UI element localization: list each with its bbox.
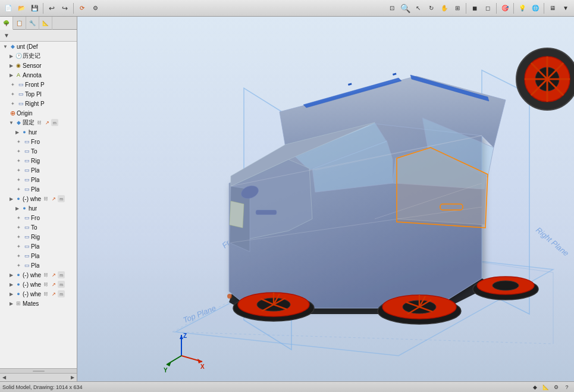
arrow2-icon: ↗: [50, 195, 57, 202]
tree-item-history[interactable]: ▶ 🕐 历史记: [0, 51, 77, 61]
display-vp-icon[interactable]: 🖥: [547, 2, 559, 14]
undo-icon[interactable]: ↩: [46, 2, 58, 14]
tree-label-to2: To: [31, 224, 37, 231]
tree-item-pla4[interactable]: ✦ ▭ Pla: [0, 242, 77, 251]
wheel2-icon: ●: [14, 271, 23, 279]
tree-item-sensor[interactable]: ▶ ◉ Sensor: [0, 61, 77, 70]
rotate-vp-icon[interactable]: ↻: [425, 2, 437, 14]
toolbar-sep-3: [466, 3, 466, 14]
chain2-icon: ⛓: [42, 195, 49, 202]
tree-item-fixed[interactable]: ▼ ◆ 固定 ⛓ ↗ m: [0, 118, 77, 127]
scene-vp-icon[interactable]: 🌐: [529, 2, 541, 14]
tree-item-to2[interactable]: ✦ ▭ To: [0, 222, 77, 232]
tree-item-fro1[interactable]: ✦ ▭ Fro: [0, 137, 77, 146]
status-model-icon[interactable]: ◆: [530, 382, 540, 392]
sub-check6-icon: ✦: [14, 185, 23, 193]
expand-annota[interactable]: ▶: [8, 72, 14, 78]
tree-item-to1[interactable]: ✦ ▭ To: [0, 146, 77, 156]
tree-item-root[interactable]: ▼ ◆ unt (Def: [0, 42, 77, 51]
wireframe-vp-icon[interactable]: ◻: [482, 2, 494, 14]
settings-vp-icon[interactable]: ▼: [560, 2, 572, 14]
wheel4-icon: ●: [14, 290, 23, 298]
tree-item-pla3[interactable]: ✦ ▭ Pla: [0, 184, 77, 194]
expand-sensor[interactable]: ▶: [8, 62, 14, 68]
chain4-icon: ⛓: [42, 281, 49, 288]
open-file-icon[interactable]: 📂: [15, 2, 27, 14]
shaded-icon[interactable]: ◼: [469, 2, 481, 14]
arrow3-icon: ↗: [50, 271, 57, 278]
tree-item-right-plane[interactable]: ✦ ▭ Right P: [0, 99, 77, 108]
expand-fixed[interactable]: ▼: [8, 120, 14, 126]
expand-hur1[interactable]: ▶: [14, 129, 20, 135]
save-file-icon[interactable]: 💾: [29, 2, 40, 14]
tree-item-wheel1[interactable]: ▶ ● (-) whe ⛓ ↗ m: [0, 194, 77, 203]
tree-item-fro2[interactable]: ✦ ▭ Fro: [0, 213, 77, 222]
expand-wheel4[interactable]: ▶: [8, 291, 14, 297]
new-file-icon[interactable]: 📄: [2, 2, 14, 14]
sub-plane6-icon: ▭: [23, 185, 31, 193]
tree-item-pla5[interactable]: ✦ ▭ Pla: [0, 251, 77, 261]
panel-resize-handle[interactable]: [0, 368, 77, 373]
svg-rect-25: [256, 210, 277, 215]
sub2-check1-icon: ✦: [14, 214, 23, 222]
tree-item-wheel3[interactable]: ▶ ● (-) whe ⛓ ↗ m: [0, 280, 77, 289]
status-settings-icon[interactable]: ⚙: [551, 382, 561, 392]
feature-tree-content[interactable]: ▼ ◆ unt (Def ▶ 🕐 历史记 ▶ ◉ Sensor ▶ A Ann: [0, 42, 77, 368]
filter-bar: ▼: [0, 30, 77, 42]
pan-vp-icon[interactable]: ✋: [438, 2, 450, 14]
tree-label-mates: Mates: [23, 300, 39, 307]
view-select-icon[interactable]: 🎯: [499, 2, 511, 14]
redo-icon[interactable]: ↪: [59, 2, 71, 14]
status-help-icon[interactable]: ?: [562, 382, 572, 392]
select-vp-icon[interactable]: ↖: [412, 2, 424, 14]
tree-item-top-plane[interactable]: ✦ ▭ Top Pl: [0, 89, 77, 99]
tree-item-pla6[interactable]: ✦ ▭ Pla: [0, 261, 77, 270]
viewport-3d[interactable]: Front Plane Top Plane Right Plane: [77, 17, 574, 381]
lights-vp-icon[interactable]: 💡: [516, 2, 528, 14]
tree-item-wheel4[interactable]: ▶ ● (-) whe ⛓ ↗ m: [0, 289, 77, 299]
expand-history[interactable]: ▶: [8, 53, 14, 59]
expand-icon[interactable]: ▼: [2, 43, 8, 49]
expand-wheel1[interactable]: ▶: [8, 196, 14, 202]
tree-item-wheel2[interactable]: ▶ ● (-) whe ⛓ ↗ m: [0, 270, 77, 280]
expand-wheel2[interactable]: ▶: [8, 272, 14, 278]
options-icon[interactable]: ⚙: [89, 2, 101, 14]
tree-item-rig1[interactable]: ✦ ▭ Rig: [0, 156, 77, 165]
wheel4-item-icons: ⛓ ↗ m: [42, 290, 65, 297]
plane-check2-icon: ✦: [8, 90, 17, 98]
zoom-to-fit-vp-icon[interactable]: ⊡: [386, 2, 398, 14]
fixed-item-icons: ⛓ ↗ m: [36, 119, 58, 126]
tree-item-front-plane[interactable]: ✦ ▭ Front P: [0, 80, 77, 89]
property-tab[interactable]: 📋: [13, 17, 26, 30]
status-drawing-icon[interactable]: 📐: [541, 382, 550, 392]
zoom-in-vp-icon[interactable]: 🔍: [399, 2, 411, 14]
tree-label-pla1: Pla: [31, 167, 39, 174]
tree-item-rig2[interactable]: ✦ ▭ Rig: [0, 232, 77, 242]
rebuild-icon[interactable]: ⟳: [76, 2, 88, 14]
dim-expert-tab[interactable]: 📐: [39, 17, 52, 30]
tree-item-pla1[interactable]: ✦ ▭ Pla: [0, 165, 77, 175]
arrow-icon: ↗: [43, 119, 51, 126]
expand-hur2[interactable]: ▶: [14, 205, 20, 211]
zoom-window-vp-icon[interactable]: ⊞: [451, 2, 463, 14]
tree-item-mates[interactable]: ▶ ⊞ Mates: [0, 299, 77, 308]
svg-text:X: X: [200, 363, 205, 370]
feature-tree-tab[interactable]: 🌳: [0, 17, 13, 30]
annotation-icon: A: [14, 71, 23, 79]
tree-item-annota[interactable]: ▶ A Annota: [0, 70, 77, 80]
tree-item-hur2[interactable]: ▶ ● hur: [0, 203, 77, 213]
panel-right-arrow[interactable]: ▶: [71, 375, 74, 380]
status-bar: Solid Model, Drawing: 1014 x 634 ◆ 📐 ⚙ ?: [0, 381, 574, 392]
tree-label-rig1: Rig: [31, 158, 40, 164]
expand-mates[interactable]: ▶: [8, 300, 14, 306]
expand-wheel3[interactable]: ▶: [8, 281, 14, 287]
sub2-plane6-icon: ▭: [23, 261, 31, 269]
tree-item-hur1[interactable]: ▶ ● hur: [0, 127, 77, 137]
tree-item-pla2[interactable]: ✦ ▭ Pla: [0, 175, 77, 184]
tree-item-origin[interactable]: ⊕ Origin: [0, 108, 77, 118]
component1-icon: ●: [20, 128, 29, 136]
panel-tabs: 🌳 📋 🔧 📐: [0, 17, 77, 30]
panel-left-arrow[interactable]: ◀: [2, 375, 6, 380]
config-tab[interactable]: 🔧: [26, 17, 39, 30]
top-toolbar: 📄 📂 💾 ↩ ↪ ⟳ ⚙ ⊡ 🔍 ↖ ↻ ✋ ⊞ ◼ ◻ 🎯 💡 🌐 🖥 ▼: [0, 0, 574, 17]
